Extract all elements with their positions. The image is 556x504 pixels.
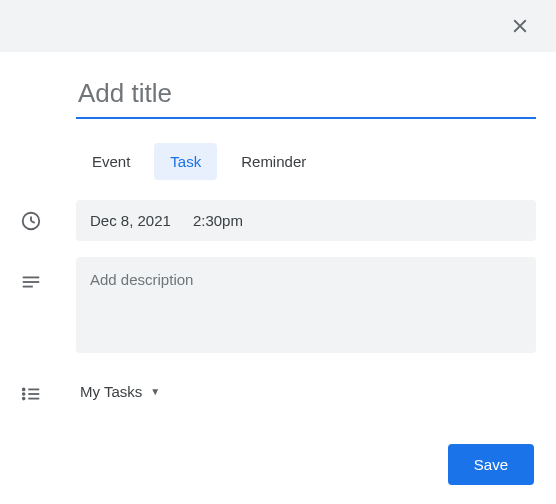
tab-reminder[interactable]: Reminder [225, 143, 322, 180]
close-icon [509, 15, 531, 37]
dialog-footer: Save [0, 426, 556, 501]
svg-point-6 [23, 389, 25, 391]
svg-line-2 [31, 221, 35, 223]
dialog-content: Event Task Reminder Dec 8, 2021 2:30pm [0, 52, 556, 410]
close-button[interactable] [500, 6, 540, 46]
tab-task[interactable]: Task [154, 143, 217, 180]
tab-event[interactable]: Event [76, 143, 146, 180]
svg-point-8 [23, 393, 25, 395]
chevron-down-icon: ▼ [150, 386, 160, 397]
svg-point-10 [23, 398, 25, 400]
task-list-label: My Tasks [80, 383, 142, 400]
clock-icon [20, 210, 42, 232]
dialog-header [0, 0, 556, 52]
description-icon [20, 271, 42, 293]
save-button[interactable]: Save [448, 444, 534, 485]
datetime-field[interactable]: Dec 8, 2021 2:30pm [76, 200, 536, 241]
description-input[interactable] [76, 257, 536, 353]
time-value: 2:30pm [193, 212, 243, 229]
date-value: Dec 8, 2021 [90, 212, 171, 229]
list-icon [20, 383, 42, 405]
type-tabs: Event Task Reminder [76, 135, 536, 184]
task-list-select[interactable]: My Tasks ▼ [76, 373, 164, 410]
title-input[interactable] [76, 72, 536, 119]
